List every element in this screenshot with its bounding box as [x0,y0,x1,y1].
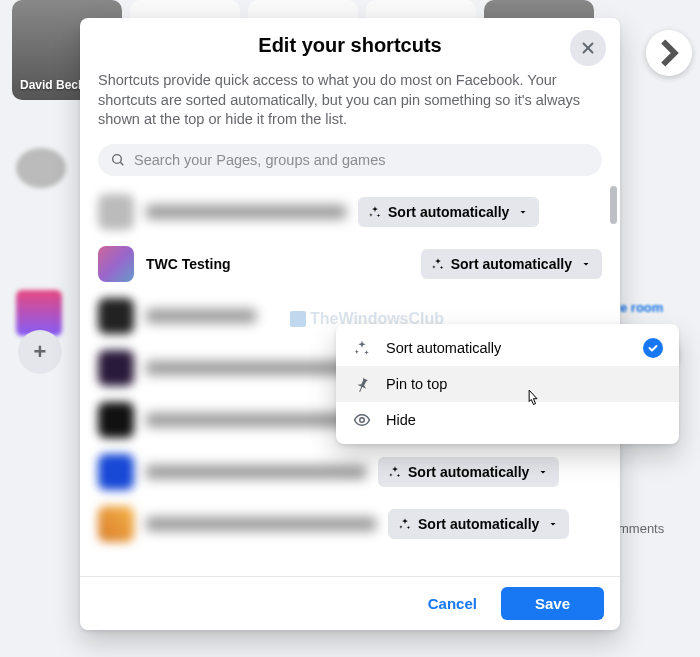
caret-down-icon [537,466,549,478]
shortcut-name [146,361,368,375]
sort-option-label: Sort automatically [451,256,572,272]
dialog-title: Edit your shortcuts [130,34,570,57]
close-icon [579,39,597,57]
shortcut-name: TWC Testing [146,256,409,272]
close-button[interactable] [570,30,606,66]
shortcut-name [146,517,376,531]
menu-item-hide[interactable]: Hide [336,402,679,438]
sparkle-icon [368,205,382,219]
shortcut-avatar [98,298,134,334]
sort-option-button[interactable]: Sort automatically [421,249,602,279]
shortcut-avatar [98,402,134,438]
sparkle-icon [352,338,372,358]
eye-icon [352,410,372,430]
dialog-description: Shortcuts provide quick access to what y… [80,57,620,134]
sort-option-label: Sort automatically [408,464,529,480]
shortcut-row: Sort automatically [80,186,620,238]
sort-option-menu: Sort automatically Pin to top Hide [336,324,679,444]
shortcut-avatar [98,246,134,282]
menu-item-sort-automatically[interactable]: Sort automatically [336,330,679,366]
shortcut-avatar [98,506,134,542]
selected-check-icon [643,338,663,358]
search-icon [110,152,126,168]
menu-item-pin-to-top[interactable]: Pin to top [336,366,679,402]
shortcut-row: Sort automatically [80,446,620,498]
save-label: Save [535,595,570,612]
search-field[interactable] [98,144,602,176]
cancel-button[interactable]: Cancel [412,587,493,620]
sparkle-icon [431,257,445,271]
sort-option-button[interactable]: Sort automatically [388,509,569,539]
shortcut-avatar [98,194,134,230]
sort-option-label: Sort automatically [418,516,539,532]
shortcut-name [146,309,256,323]
sparkle-icon [388,465,402,479]
shortcut-row: Sort automatically [80,498,620,550]
edit-shortcuts-dialog: Edit your shortcuts Shortcuts provide qu… [80,18,620,630]
shortcut-name [146,205,346,219]
dialog-header: Edit your shortcuts [80,18,620,57]
save-button[interactable]: Save [501,587,604,620]
shortcut-row: TWC Testing Sort automatically [80,238,620,290]
caret-down-icon [580,258,592,270]
menu-item-label: Hide [386,412,663,428]
menu-item-label: Sort automatically [386,340,629,356]
svg-line-3 [120,162,123,165]
modal-overlay: Edit your shortcuts Shortcuts provide qu… [0,0,700,657]
shortcut-name [146,465,366,479]
svg-point-5 [360,418,365,423]
sort-option-label: Sort automatically [388,204,509,220]
shortcut-avatar [98,350,134,386]
sort-option-button[interactable]: Sort automatically [378,457,559,487]
caret-down-icon [547,518,559,530]
caret-down-icon [517,206,529,218]
pin-icon [352,374,372,394]
watermark-icon [290,311,306,327]
shortcut-avatar [98,454,134,490]
dialog-footer: Cancel Save [80,576,620,630]
sparkle-icon [398,517,412,531]
cancel-label: Cancel [428,595,477,612]
search-input[interactable] [134,152,590,168]
svg-point-2 [113,154,122,163]
cursor-pointer-icon [523,388,541,412]
sort-option-button[interactable]: Sort automatically [358,197,539,227]
